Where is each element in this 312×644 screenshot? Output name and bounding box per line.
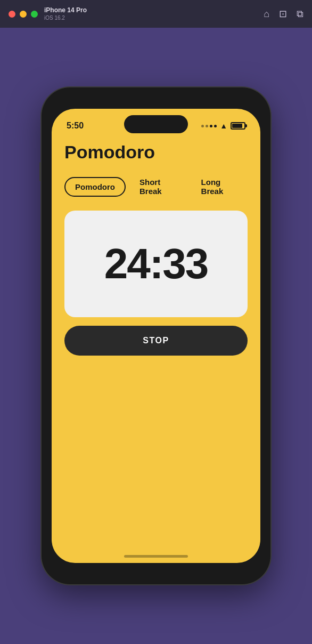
title-bar: iPhone 14 Pro iOS 16.2 ⌂ ⊡ ⧉ <box>0 0 312 28</box>
wifi-icon: ▲ <box>220 122 227 130</box>
signal-dot-1 <box>201 125 204 127</box>
signal-dot-2 <box>206 125 208 127</box>
screenshot-icon[interactable]: ⊡ <box>279 8 287 20</box>
stop-button[interactable]: STOP <box>64 326 248 356</box>
home-bar <box>124 555 188 558</box>
status-time: 5:50 <box>67 121 84 131</box>
device-name: iPhone 14 Pro <box>44 6 87 15</box>
signal-icon <box>201 125 217 127</box>
ios-version: iOS 16.2 <box>44 14 87 21</box>
phone-screen: 5:50 ▲ Pomodoro <box>52 109 260 563</box>
dynamic-island <box>124 115 188 133</box>
tab-pomodoro[interactable]: Pomodoro <box>64 177 126 197</box>
home-icon[interactable]: ⌂ <box>264 9 269 20</box>
battery-icon <box>231 122 245 130</box>
window-controls <box>9 11 38 18</box>
toolbar-icons: ⌂ ⊡ ⧉ <box>264 8 303 20</box>
app-content: Pomodoro Pomodoro Short Break Long Break <box>52 135 260 563</box>
device-info: iPhone 14 Pro iOS 16.2 <box>44 6 87 22</box>
app-title: Pomodoro <box>64 142 248 163</box>
minimize-button[interactable] <box>20 11 27 18</box>
close-button[interactable] <box>9 11 15 18</box>
battery-fill <box>232 124 242 128</box>
tab-short-break[interactable]: Short Break <box>130 173 187 200</box>
phone-shell: 5:50 ▲ Pomodoro <box>42 87 270 584</box>
timer-card: 24:33 <box>64 211 248 317</box>
maximize-button[interactable] <box>31 11 38 18</box>
signal-dot-4 <box>214 125 217 127</box>
rotate-icon[interactable]: ⧉ <box>297 9 303 20</box>
stop-label: STOP <box>143 336 169 345</box>
tab-bar: Pomodoro Short Break Long Break <box>64 173 248 200</box>
timer-display: 24:33 <box>104 239 208 288</box>
status-icons: ▲ <box>201 122 245 130</box>
tab-long-break[interactable]: Long Break <box>192 173 248 200</box>
phone-wrapper: 5:50 ▲ Pomodoro <box>42 28 270 644</box>
signal-dot-3 <box>210 125 212 127</box>
